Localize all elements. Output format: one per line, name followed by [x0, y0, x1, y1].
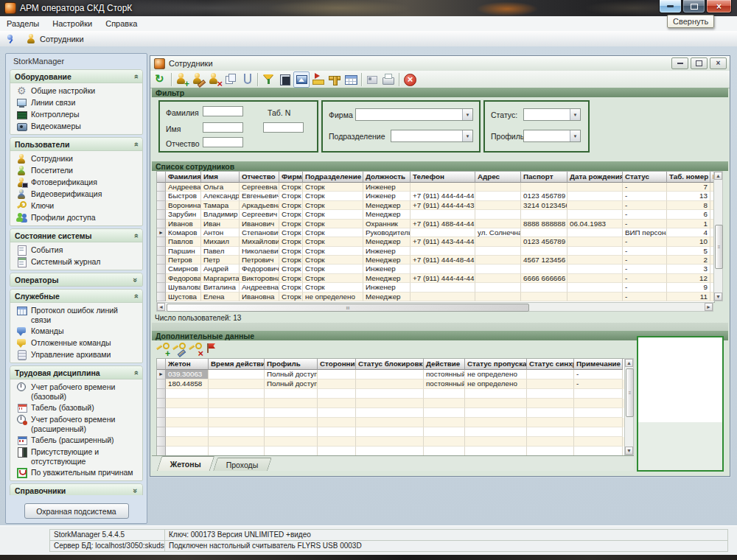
sidebar-item-ключи[interactable]: Ключи [12, 200, 141, 211]
menu-item[interactable]: Настройки [46, 17, 99, 30]
scroll-left-icon[interactable]: ◄ [157, 303, 165, 311]
add-person-icon[interactable] [175, 72, 189, 87]
chevron-up-icon[interactable]: » [131, 293, 140, 298]
table-row[interactable]: 180.44858Полный доступпостоянныйне опред… [157, 379, 624, 389]
titlebar[interactable]: АРМ оператора СКД СторК × [0, 0, 737, 16]
column-header[interactable]: Статус синхр. [527, 359, 574, 370]
scrollbar-thumb[interactable]: ‖‖ [167, 304, 529, 312]
tab-passages[interactable]: Проходы [213, 458, 271, 471]
chevron-up-icon[interactable]: » [131, 233, 140, 237]
column-header[interactable]: Имя [201, 172, 240, 183]
sidebar-section-header[interactable]: Пользователи» [10, 138, 142, 151]
minimize-button[interactable] [659, 0, 682, 13]
table-row[interactable]: ШуваловаВиталинаАндреевнаСторкСторкИнжен… [157, 283, 714, 292]
sidebar-item-учет-рабочего-времени-расширенный-[interactable]: Учет рабочего времени (расширенный) [12, 413, 141, 434]
column-header[interactable]: Статус блокировки [356, 359, 424, 370]
employees-vertical-scrollbar[interactable]: ▲ ≡ ▼ [713, 171, 723, 301]
sidebar-item-табель-расширенный-[interactable]: Табель (расширенный) [12, 434, 141, 446]
table-row[interactable]: БыстровАлександрЕвгеньевичСторкСторкИнже… [157, 192, 714, 200]
add-key-icon[interactable] [156, 342, 170, 357]
menu-item[interactable]: Справка [99, 17, 144, 30]
table-row[interactable]: ЗарубинВладимирСергеевичСторкСторкМенедж… [157, 210, 714, 219]
panel-restore-button[interactable] [691, 57, 708, 69]
sidebar-item-присутствующие-и-отсутствующие[interactable]: Присутствующие и отсутствующие [12, 446, 141, 466]
guard-subsystem-button[interactable]: Охранная подсистема [24, 503, 129, 519]
table-row[interactable]: ПаршинПавелНиколаевичСторкСторкИнженер-5 [157, 247, 714, 256]
division-select[interactable]: ▼ [391, 130, 473, 142]
sidebar-item-системный-журнал[interactable]: Системный журнал [12, 256, 141, 267]
sidebar-item-управление-архивами[interactable]: Управление архивами [12, 349, 141, 360]
column-header[interactable]: Фирма [279, 172, 303, 183]
column-header[interactable]: Профиль [265, 359, 318, 370]
scroll-up-icon[interactable]: ▲ [625, 359, 633, 367]
table-row[interactable]: ПетровПетрПетровичСторкСторкМенеджер+7 (… [157, 256, 714, 265]
sidebar-section-header[interactable]: Операторы» [10, 273, 142, 286]
flag-icon[interactable] [204, 342, 219, 357]
panel-titlebar[interactable]: Сотрудники × [150, 56, 730, 71]
column-header[interactable]: Дата рождения [567, 172, 623, 183]
sidebar-item-видеоверификация[interactable]: Видеоверификация [12, 188, 141, 200]
sidebar-item-контроллеры[interactable]: Контроллеры [12, 108, 141, 120]
sidebar-item-линии-связи[interactable]: Линии связи [12, 97, 141, 108]
sidebar-section-header[interactable]: Служебные» [10, 290, 142, 303]
column-header[interactable]: Действие [424, 359, 465, 370]
sidebar-section-header[interactable]: Справочники» [10, 484, 142, 495]
ruler-icon[interactable] [311, 72, 326, 87]
column-header[interactable]: Телефон [411, 172, 475, 183]
column-header[interactable]: Подразделение [303, 172, 363, 183]
chevron-down-icon[interactable]: » [131, 488, 140, 492]
column-header[interactable]: Паспорт [521, 172, 567, 183]
sidebar-item-фотоверификация[interactable]: Фотоверификация [12, 176, 141, 188]
close-red-icon[interactable] [402, 72, 417, 87]
edit-key-icon[interactable] [172, 342, 186, 357]
table-row[interactable]: ФедороваМаргаритаВикторовнаСторкСторкМен… [157, 274, 714, 283]
column-header[interactable]: Фамилия [166, 172, 201, 183]
table-row[interactable]: ►КомаровАнтонСтепановичСторкСторкРуковод… [157, 228, 714, 237]
splitter[interactable] [152, 323, 728, 331]
chevron-up-icon[interactable]: » [131, 370, 140, 374]
chevron-up-icon[interactable]: » [131, 74, 140, 78]
column-header[interactable]: Отчество [240, 172, 279, 183]
menu-item[interactable]: Разделы [0, 17, 46, 30]
table-icon[interactable] [343, 72, 358, 87]
table-row[interactable]: АндрееваОльгаСергеевнаСторкСторкИнженер-… [157, 183, 714, 192]
column-header[interactable]: Статус пропуска [465, 359, 527, 370]
badge-icon[interactable] [365, 72, 380, 87]
sidebar-item-посетители[interactable]: Посетители [12, 164, 141, 176]
tokens-vertical-scrollbar[interactable]: ▲ ≡ ▼ [624, 358, 634, 455]
print-icon[interactable] [381, 72, 396, 87]
profile-select[interactable]: ▼ [523, 130, 581, 142]
chevron-down-icon[interactable]: ▼ [462, 130, 472, 141]
sidebar-item-команды[interactable]: Команды [12, 325, 141, 337]
table-row[interactable]: ВоронинаТамараАркадьевнаСторкСторкМенедж… [157, 201, 714, 210]
tab-number-input[interactable] [263, 122, 304, 133]
photo-view-icon[interactable] [293, 71, 310, 88]
scroll-right-icon[interactable]: ► [705, 303, 713, 311]
sidebar-item-отложенные-команды[interactable]: Отложенные команды [12, 337, 141, 349]
name-input[interactable] [203, 122, 243, 133]
scrollbar-thumb[interactable]: ≡ [626, 368, 634, 417]
chevron-down-icon[interactable]: » [131, 277, 140, 281]
sidebar-item-сотрудники[interactable]: Сотрудники [12, 153, 141, 164]
maximize-button[interactable] [682, 0, 705, 13]
column-header[interactable]: Время действия [209, 359, 265, 370]
scroll-up-icon[interactable]: ▲ [714, 172, 722, 180]
tab-tokens[interactable]: Жетоны [157, 456, 214, 471]
table-row[interactable]: ШустоваЕленаИвановнаСторкне определеноМе… [157, 293, 714, 301]
employees-horizontal-scrollbar[interactable]: ◄ ‖‖ ► [156, 302, 713, 312]
sidebar-section-header[interactable]: Состояние системы» [10, 229, 142, 242]
sidebar-item-учет-рабочего-времени-базовый-[interactable]: Учет рабочего времени (базовый) [12, 381, 141, 402]
chevron-up-icon[interactable]: » [131, 141, 140, 146]
sidebar-item-протокол-ошибок-линий-связи[interactable]: Протокол ошибок линий связи [12, 304, 141, 325]
refresh-icon[interactable] [153, 72, 168, 87]
delete-key-icon[interactable] [188, 342, 203, 357]
sidebar-section-header[interactable]: Трудовая дисциплина» [10, 366, 142, 379]
filter-icon[interactable] [261, 72, 276, 87]
scroll-down-icon[interactable]: ▼ [714, 293, 722, 301]
firm-select[interactable]: ▼ [355, 108, 473, 121]
edit-person-icon[interactable] [191, 72, 206, 87]
sidebar-item-события[interactable]: События [12, 244, 141, 256]
sidebar-item-по-уважительным-причинам[interactable]: По уважительным причинам [12, 466, 141, 478]
panel-minimize-button[interactable] [671, 57, 688, 69]
table-row[interactable]: ►039.30063Полный доступпостоянныйне опре… [157, 370, 624, 379]
